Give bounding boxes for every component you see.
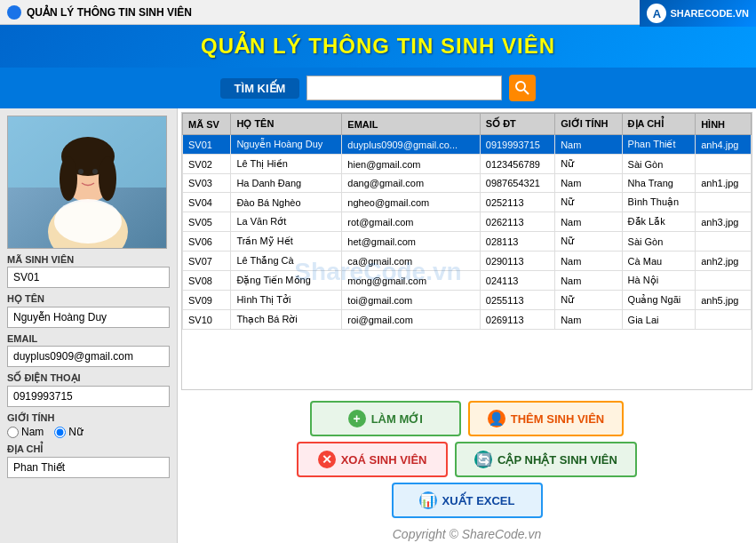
svg-point-10 xyxy=(78,169,84,174)
gender-nam-option[interactable]: Nam xyxy=(7,426,44,438)
ma-sv-label: MÃ SINH VIÊN xyxy=(7,254,170,265)
so-dt-input[interactable] xyxy=(7,386,170,407)
student-table-container[interactable]: MÃ SV HỌ TÊN EMAIL SỐ ĐT GIỚI TÍNH ĐỊA C… xyxy=(181,112,752,390)
table-row[interactable]: SV09 Hình Thị Tởi toi@gmail.com 0255113 … xyxy=(183,291,752,310)
cell-gender: Nữ xyxy=(555,291,622,310)
button-row-3: 📊 XUẤT EXCEL xyxy=(181,483,752,518)
col-masv: MÃ SV xyxy=(183,114,231,135)
ho-ten-group: HỌ TÊN xyxy=(7,293,170,328)
ma-sv-input[interactable] xyxy=(7,267,170,288)
cell-phone: 0262113 xyxy=(480,212,554,232)
dia-chi-label: ĐỊA CHỈ xyxy=(7,443,170,455)
table-row[interactable]: SV03 Ha Danh Đang dang@gmail.com 0987654… xyxy=(183,174,752,193)
ho-ten-input[interactable] xyxy=(7,307,170,328)
cell-email: hien@gmail.com xyxy=(342,155,480,174)
ma-sv-group: MÃ SINH VIÊN xyxy=(7,254,170,288)
dia-chi-input[interactable] xyxy=(7,457,170,478)
cell-hoten: La Văn Rớt xyxy=(231,212,342,232)
cell-masv: SV09 xyxy=(183,291,231,310)
gender-nam-radio[interactable] xyxy=(7,427,19,438)
gender-nam-label: Nam xyxy=(21,426,44,438)
table-row[interactable]: SV02 Lê Thị Hiền hien@gmail.com 01234567… xyxy=(183,155,752,174)
cell-phone: 0252113 xyxy=(480,193,554,212)
cell-email: dang@gmail.com xyxy=(342,174,480,193)
cell-masv: SV04 xyxy=(183,193,231,212)
them-sv-label: THÊM SINH VIÊN xyxy=(511,412,604,426)
xuat-excel-button[interactable]: 📊 XUẤT EXCEL xyxy=(392,483,543,518)
lam-moi-label: LÀM MỚI xyxy=(371,412,423,426)
cell-hoten: Thạch Bá Rời xyxy=(231,310,342,330)
svg-line-1 xyxy=(524,90,529,94)
cell-address: Quảng Ngãi xyxy=(622,291,696,310)
them-sv-button[interactable]: 👤 THÊM SINH VIÊN xyxy=(468,401,624,436)
logo-text: SHARECODE.VN xyxy=(670,8,749,19)
gender-nu-option[interactable]: Nữ xyxy=(54,426,84,438)
logo-letter: A xyxy=(653,7,661,20)
so-dt-group: SỐ ĐIỆN THOẠI xyxy=(7,372,170,407)
search-input[interactable] xyxy=(306,76,502,100)
gender-nu-radio[interactable] xyxy=(54,427,66,438)
app-header: QUẢN LÝ THÔNG TIN SINH VIÊN xyxy=(0,25,756,68)
gioi-tinh-group: GIỚI TÍNH Nam Nữ xyxy=(7,412,170,438)
xoa-sv-icon: ✕ xyxy=(318,451,336,468)
table-row[interactable]: SV05 La Văn Rớt rot@gmail.com 0262113 Na… xyxy=(183,212,752,232)
svg-point-7 xyxy=(60,156,77,201)
table-row[interactable]: SV01 Nguyễn Hoàng Duy duyplus0909@gmail.… xyxy=(183,135,752,155)
table-row[interactable]: SV10 Thạch Bá Rời roi@gmail.com 0269113 … xyxy=(183,310,752,330)
logo-circle: A xyxy=(647,4,666,23)
cell-phone: 0919993715 xyxy=(480,135,554,155)
svg-point-11 xyxy=(92,169,98,174)
table-row[interactable]: SV04 Đào Bá Nghèo ngheo@gmail.com 025211… xyxy=(183,193,752,212)
col-diachi: ĐỊA CHỈ xyxy=(622,114,696,135)
table-row[interactable]: SV07 Lê Thắng Cà ca@gmail.com 0290113 Na… xyxy=(183,252,752,271)
cell-gender: Nam xyxy=(555,212,622,232)
cell-phone: 0255113 xyxy=(480,291,554,310)
them-sv-icon: 👤 xyxy=(488,410,505,427)
search-icon xyxy=(515,81,529,95)
cell-phone: 0269113 xyxy=(480,310,554,330)
cell-phone: 0123456789 xyxy=(480,155,554,174)
col-hoten: HỌ TÊN xyxy=(231,114,342,135)
xoa-sv-button[interactable]: ✕ XOÁ SINH VIÊN xyxy=(297,442,448,477)
lam-moi-button[interactable]: + LÀM MỚI xyxy=(310,401,461,436)
table-row[interactable]: SV06 Trần Mỹ Hết het@gmail.com 028113 Nữ… xyxy=(183,232,752,252)
so-dt-label: SỐ ĐIỆN THOẠI xyxy=(7,372,170,384)
cell-email: ca@gmail.com xyxy=(342,252,480,271)
gioi-tinh-label: GIỚI TÍNH xyxy=(7,412,170,424)
cell-image xyxy=(696,232,752,252)
cell-masv: SV05 xyxy=(183,212,231,232)
cell-address: Đắk Lắk xyxy=(622,212,696,232)
cell-address: Sài Gòn xyxy=(622,232,696,252)
student-table: MÃ SV HỌ TÊN EMAIL SỐ ĐT GIỚI TÍNH ĐỊA C… xyxy=(182,113,752,330)
gender-nu-label: Nữ xyxy=(68,426,84,438)
cap-nhat-button[interactable]: 🔄 CẬP NHẬT SINH VIÊN xyxy=(455,442,637,477)
email-input[interactable] xyxy=(7,346,170,367)
copyright: Copyright © ShareCode.vn xyxy=(178,525,756,543)
logo-badge: A SHARECODE.VN xyxy=(640,0,756,27)
cell-hoten: Đào Bá Nghèo xyxy=(231,193,342,212)
dia-chi-group: ĐỊA CHỈ xyxy=(7,443,170,478)
cell-image: anh3.jpg xyxy=(696,212,752,232)
table-row[interactable]: SV08 Đặng Tiến Mồng mong@gmail.com 02411… xyxy=(183,271,752,291)
button-row-2: ✕ XOÁ SINH VIÊN 🔄 CẬP NHẬT SINH VIÊN xyxy=(181,442,752,477)
cell-hoten: Lê Thắng Cà xyxy=(231,252,342,271)
cell-email: mong@gmail.com xyxy=(342,271,480,291)
col-gioitinh: GIỚI TÍNH xyxy=(555,114,622,135)
svg-point-9 xyxy=(54,199,122,244)
main-content: MÃ SINH VIÊN HỌ TÊN EMAIL SỐ ĐIỆN THOẠI … xyxy=(0,108,756,543)
cell-gender: Nam xyxy=(555,310,622,330)
cap-nhat-label: CẬP NHẬT SINH VIÊN xyxy=(497,453,617,467)
buttons-area: + LÀM MỚI 👤 THÊM SINH VIÊN ✕ XOÁ SINH VI… xyxy=(178,394,756,525)
cell-email: ngheo@gmail.com xyxy=(342,193,480,212)
xoa-sv-label: XOÁ SINH VIÊN xyxy=(341,453,427,467)
cell-masv: SV06 xyxy=(183,232,231,252)
cell-masv: SV02 xyxy=(183,155,231,174)
cell-hoten: Ha Danh Đang xyxy=(231,174,342,193)
cell-masv: SV03 xyxy=(183,174,231,193)
email-label: EMAIL xyxy=(7,333,170,344)
col-sodt: SỐ ĐT xyxy=(480,114,554,135)
cell-address: Hà Nội xyxy=(622,271,696,291)
search-button[interactable] xyxy=(509,75,536,101)
window-title: QUẢN LÝ THÔNG TIN SINH VIÊN xyxy=(27,6,192,19)
button-row-1: + LÀM MỚI 👤 THÊM SINH VIÊN xyxy=(181,401,752,436)
